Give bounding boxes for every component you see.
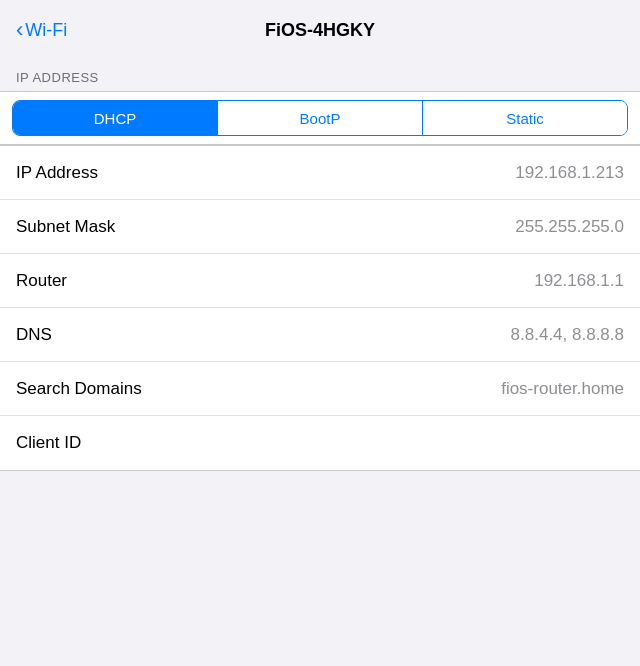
back-button[interactable]: ‹ Wi-Fi: [16, 19, 67, 41]
table-row: Router 192.168.1.1: [0, 254, 640, 308]
subnet-mask-value: 255.255.255.0: [515, 217, 624, 237]
page-title: FiOS-4HGKY: [265, 20, 375, 41]
router-label: Router: [16, 271, 67, 291]
table-row: Client ID: [0, 416, 640, 470]
ip-mode-section: DHCP BootP Static: [0, 91, 640, 145]
segment-dhcp[interactable]: DHCP: [13, 101, 217, 135]
ip-address-label: IP Address: [16, 163, 98, 183]
table-row: DNS 8.8.4.4, 8.8.8.8: [0, 308, 640, 362]
search-domains-label: Search Domains: [16, 379, 142, 399]
table-row: Subnet Mask 255.255.255.0: [0, 200, 640, 254]
table-row: Search Domains fios-router.home: [0, 362, 640, 416]
ip-address-value: 192.168.1.213: [515, 163, 624, 183]
network-info-table: IP Address 192.168.1.213 Subnet Mask 255…: [0, 145, 640, 471]
router-value: 192.168.1.1: [534, 271, 624, 291]
ip-address-section-header: IP Address: [0, 60, 640, 91]
subnet-mask-label: Subnet Mask: [16, 217, 115, 237]
back-label: Wi-Fi: [25, 20, 67, 41]
nav-bar: ‹ Wi-Fi FiOS-4HGKY: [0, 0, 640, 60]
chevron-left-icon: ‹: [16, 19, 23, 41]
table-row: IP Address 192.168.1.213: [0, 146, 640, 200]
segment-bootp[interactable]: BootP: [217, 101, 422, 135]
ip-mode-segmented-control: DHCP BootP Static: [12, 100, 628, 136]
dns-label: DNS: [16, 325, 52, 345]
client-id-label: Client ID: [16, 433, 81, 453]
segment-static[interactable]: Static: [422, 101, 627, 135]
dns-value: 8.8.4.4, 8.8.8.8: [511, 325, 624, 345]
search-domains-value: fios-router.home: [501, 379, 624, 399]
